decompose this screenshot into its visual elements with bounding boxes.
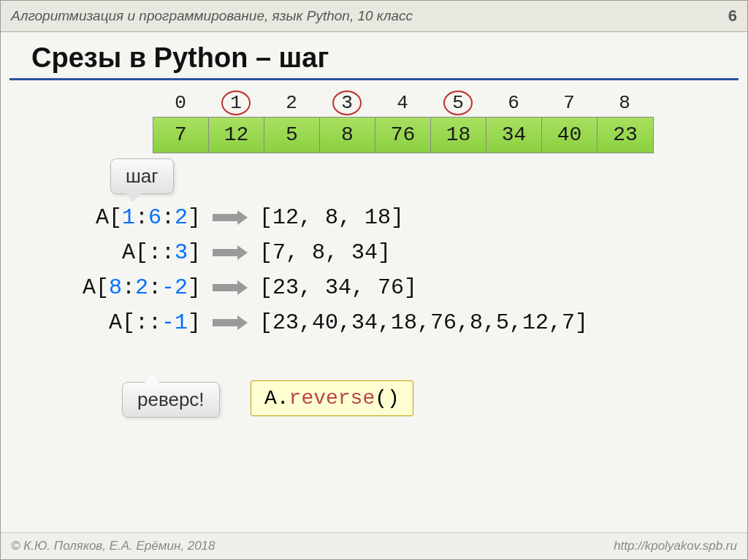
index-cell: 5	[430, 91, 486, 115]
value-cell: 7	[153, 118, 209, 153]
value-cell: 23	[598, 118, 653, 153]
slide-title: Срезы в Python – шаг	[9, 32, 739, 80]
code-func: reverse	[289, 387, 375, 410]
code-rest: ()	[375, 387, 400, 410]
arrow-icon	[211, 244, 249, 261]
value-row: 712587618344023	[153, 117, 654, 153]
examples-block: A[1:6:2][12, 8, 18]A[::3][7, 8, 34]A[8:2…	[18, 205, 730, 345]
callout-step: шаг	[110, 158, 174, 194]
header-title: Алгоритмизация и программирование, язык …	[11, 8, 413, 24]
value-cell: 12	[209, 118, 264, 153]
index-cell: 0	[153, 91, 208, 115]
example-row: A[::3][7, 8, 34]	[18, 240, 730, 265]
example-result: [7, 8, 34]	[259, 240, 391, 265]
reverse-code-box: A.reverse()	[251, 380, 413, 416]
example-result: [23, 34, 76]	[259, 275, 417, 300]
index-cell: 8	[597, 91, 652, 115]
index-cell: 7	[541, 91, 597, 115]
example-expression: A[8:2:-2]	[18, 275, 201, 300]
page-number: 6	[728, 7, 737, 26]
example-row: A[1:6:2][12, 8, 18]	[18, 205, 730, 230]
index-cell: 6	[486, 91, 541, 115]
header: Алгоритмизация и программирование, язык …	[1, 1, 747, 32]
arrow-icon	[211, 279, 249, 296]
value-cell: 34	[486, 118, 542, 153]
array-diagram: 012345678 712587618344023	[153, 91, 747, 153]
value-cell: 76	[375, 118, 431, 153]
example-row: A[::-1][23,40,34,18,76,8,5,12,7]	[18, 310, 730, 335]
value-cell: 8	[320, 118, 375, 153]
arrow-icon	[211, 314, 249, 331]
example-expression: A[1:6:2]	[18, 205, 201, 230]
index-cell: 2	[264, 91, 319, 115]
example-result: [12, 8, 18]	[259, 205, 404, 230]
example-expression: A[::3]	[18, 240, 201, 265]
callout-reverse: реверс!	[122, 382, 220, 418]
index-cell: 4	[375, 91, 430, 115]
arrow-icon	[211, 209, 249, 226]
example-row: A[8:2:-2][23, 34, 76]	[18, 275, 730, 300]
code-obj: A.	[264, 387, 289, 410]
value-cell: 40	[542, 118, 598, 153]
index-row: 012345678	[153, 91, 747, 115]
value-cell: 18	[431, 118, 486, 153]
example-expression: A[::-1]	[18, 310, 201, 335]
footer-url: http://kpolyakov.spb.ru	[614, 539, 737, 553]
footer: © К.Ю. Поляков, Е.А. Ерёмин, 2018 http:/…	[1, 532, 747, 559]
index-cell: 1	[208, 91, 264, 115]
footer-credits: © К.Ю. Поляков, Е.А. Ерёмин, 2018	[11, 539, 215, 553]
index-cell: 3	[319, 91, 375, 115]
value-cell: 5	[264, 118, 320, 153]
example-result: [23,40,34,18,76,8,5,12,7]	[259, 310, 588, 335]
